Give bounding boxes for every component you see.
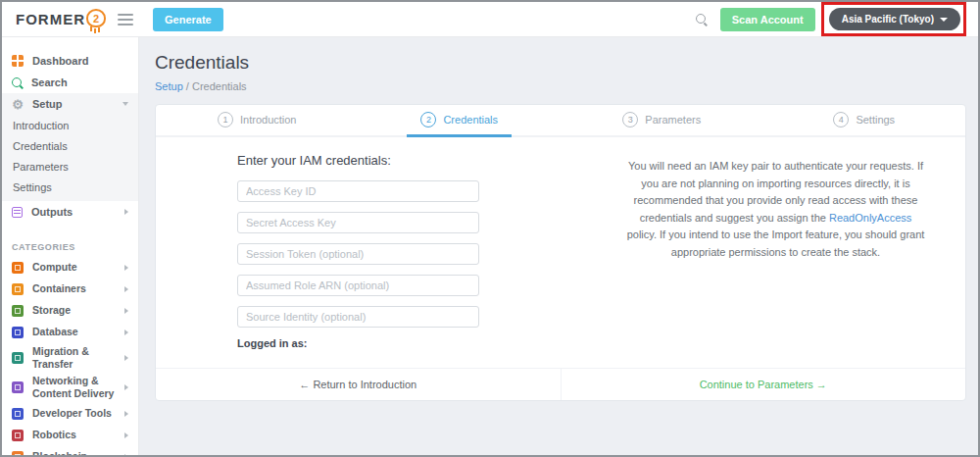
chevron-right-icon [124,308,128,314]
migration-transfer-icon [12,352,24,364]
dashboard-icon [12,55,24,67]
chevron-right-icon [124,286,128,292]
sidebar-item-blockchain[interactable]: Blockchain [2,446,138,456]
sidebar-item-compute[interactable]: Compute [2,257,138,279]
sidebar-item-networking[interactable]: Networking & Content Delivery [2,373,138,402]
sidebar-item-setup[interactable]: ⚙ Setup [2,93,138,115]
chevron-right-icon [124,411,128,417]
assumed-role-arn-input[interactable] [237,275,479,296]
scan-account-button[interactable]: Scan Account [720,8,815,31]
info-column: You will need an IAM key pair to authent… [479,153,965,368]
breadcrumb-separator: / [186,80,189,92]
breadcrumb-current: Credentials [192,80,247,92]
breadcrumb: Setup / Credentials [155,80,966,92]
chevron-right-icon [124,432,128,438]
setup-group: ⚙ Setup Introduction Credentials Paramet… [2,93,138,201]
breadcrumb-link-setup[interactable]: Setup [155,80,183,92]
wizard-steps: 1 Introduction 2 Credentials 3 Par [156,105,965,137]
sidebar-item-dashboard[interactable]: Dashboard [2,50,138,72]
step-number: 4 [833,112,849,127]
card-body: Enter your IAM credentials: Logged in as… [156,137,965,368]
readonly-access-link[interactable]: ReadOnlyAccess [829,212,911,224]
wizard-step-settings[interactable]: 4 Settings [763,105,966,135]
credentials-card: 1 Introduction 2 Credentials 3 Par [155,104,966,401]
main-content: Credentials Setup / Credentials 1 Introd… [139,37,978,455]
chevron-down-icon [940,18,948,22]
brand-logo[interactable]: FORMER 2 [16,10,106,28]
logo-badge-icon: 2 [86,9,106,27]
region-selector[interactable]: Asia Pacific (Tokyo) [829,8,960,30]
sidebar: Dashboard Search ⚙ Setup Introduction Cr… [2,37,139,455]
categories-header: CATEGORIES [2,236,138,257]
app-window: FORMER 2 Generate Scan Account Asia Paci… [0,0,980,457]
search-icon[interactable] [696,14,707,25]
outputs-icon [12,207,23,218]
wizard-step-parameters[interactable]: 3 Parameters [561,105,763,135]
database-icon [12,327,24,338]
iam-info-text: You will need an IAM key pair to authent… [626,158,925,262]
gear-icon: ⚙ [12,99,24,110]
sidebar-item-database[interactable]: Database [2,322,138,343]
step-label: Credentials [443,114,498,126]
step-number: 2 [420,112,436,127]
sidebar-item-storage[interactable]: Storage [2,300,138,322]
source-identity-input[interactable] [237,306,479,328]
secret-access-key-input[interactable] [237,212,479,233]
region-selector-wrap: Asia Pacific (Tokyo) [829,8,960,30]
compute-icon [12,262,24,274]
generate-button[interactable]: Generate [153,8,223,31]
wizard-step-introduction[interactable]: 1 Introduction [156,105,359,135]
logo-drips-icon [94,28,96,33]
chevron-right-icon [124,330,128,335]
sidebar-item-robotics[interactable]: Robotics [2,425,138,446]
sidebar-item-introduction[interactable]: Introduction [2,115,138,135]
chevron-right-icon [124,209,128,215]
hamburger-menu-icon[interactable] [118,14,133,25]
logged-in-label: Logged in as: [237,337,479,349]
developer-tools-icon [12,408,24,420]
wizard-step-credentials[interactable]: 2 Credentials [359,105,562,135]
chevron-right-icon [124,454,128,456]
sidebar-item-search[interactable]: Search [2,72,138,93]
storage-icon [12,305,24,317]
session-token-input[interactable] [237,243,479,265]
region-label: Asia Pacific (Tokyo) [842,14,934,25]
chevron-right-icon [124,265,128,271]
top-bar: FORMER 2 Generate Scan Account Asia Paci… [2,2,978,37]
step-number: 1 [218,112,233,127]
chevron-right-icon [124,384,128,390]
step-label: Parameters [645,114,701,126]
sidebar-item-parameters[interactable]: Parameters [2,156,138,177]
sidebar-item-migration-transfer[interactable]: Migration & Transfer [2,343,138,373]
search-icon [12,77,23,88]
robotics-icon [12,430,24,441]
return-to-introduction-button[interactable]: ← Return to Introduction [156,369,561,400]
step-label: Introduction [240,114,296,126]
blockchain-icon [12,451,24,456]
networking-icon [12,381,24,393]
sidebar-item-developer-tools[interactable]: Developer Tools [2,403,138,425]
logo-text: FORMER [16,11,85,27]
iam-credentials-heading: Enter your IAM credentials: [237,153,479,168]
sidebar-item-credentials[interactable]: Credentials [2,135,138,156]
sidebar-item-outputs[interactable]: Outputs [2,201,138,223]
access-key-id-input[interactable] [237,180,479,202]
step-number: 3 [622,112,638,127]
page-title: Credentials [155,52,966,74]
containers-icon [12,283,24,295]
sidebar-item-containers[interactable]: Containers [2,279,138,300]
continue-to-parameters-button[interactable]: Continue to Parameters → [561,369,966,400]
card-footer: ← Return to Introduction Continue to Par… [156,368,965,400]
credentials-form: Enter your IAM credentials: Logged in as… [237,153,479,368]
sidebar-item-settings[interactable]: Settings [2,177,138,197]
chevron-right-icon [124,355,128,361]
step-label: Settings [856,114,895,126]
chevron-down-icon [122,102,128,106]
